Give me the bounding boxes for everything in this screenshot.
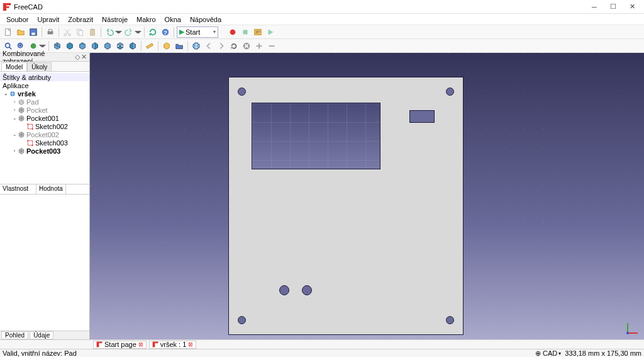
app-logo-icon xyxy=(3,3,11,11)
hole-mid-right[interactable] xyxy=(302,285,312,295)
draw-style-dropdown-icon[interactable] xyxy=(39,45,46,47)
undo-icon[interactable] xyxy=(104,26,115,38)
toolbar-view xyxy=(0,39,644,53)
left-view-icon[interactable] xyxy=(127,40,138,52)
svg-rect-5 xyxy=(31,32,35,35)
status-dimensions: 333,18 mm x 175,30 mm xyxy=(565,349,641,357)
tree-item-label: vršek xyxy=(18,90,36,98)
tab-model[interactable]: Model xyxy=(1,62,27,71)
tree-item-icon xyxy=(18,115,25,122)
record-macro-icon[interactable] xyxy=(227,26,238,38)
stop-macro-icon[interactable] xyxy=(240,26,251,38)
tree-item-vršek[interactable]: ⌄vršek xyxy=(0,89,89,98)
undo-dropdown-icon[interactable] xyxy=(115,31,122,33)
tree-twist-icon[interactable]: › xyxy=(11,99,18,105)
run-macro-icon[interactable] xyxy=(265,26,276,38)
top-view-icon[interactable] xyxy=(77,40,88,52)
panel-close-icon[interactable]: ✕ xyxy=(81,53,87,61)
nav-reload-icon[interactable] xyxy=(228,40,240,52)
open-file-icon[interactable] xyxy=(15,26,26,38)
menu-help[interactable]: Nápověda xyxy=(186,15,225,24)
hole-top-left[interactable] xyxy=(238,88,246,96)
bottom-view-icon[interactable] xyxy=(114,40,126,52)
svg-rect-45 xyxy=(152,342,155,348)
tree-item-pocket002[interactable]: ⌄Pocket002 xyxy=(0,130,89,139)
part-icon[interactable] xyxy=(161,40,172,52)
measure-icon[interactable] xyxy=(144,40,155,52)
tab-tasks[interactable]: Úkoly xyxy=(27,62,52,71)
menu-windows[interactable]: Okna xyxy=(161,15,185,24)
tree-item-pocket003[interactable]: ›Pocket003 xyxy=(0,147,89,155)
hole-bottom-left[interactable] xyxy=(238,316,246,324)
nav-back-icon[interactable] xyxy=(203,40,214,52)
tree-twist-icon[interactable]: ⌄ xyxy=(11,115,18,121)
minimize-button[interactable]: ─ xyxy=(585,0,604,14)
macros-icon[interactable] xyxy=(252,26,264,38)
menu-view[interactable]: Zobrazit xyxy=(64,15,97,24)
refresh-icon[interactable] xyxy=(147,26,158,38)
hole-mid-left[interactable] xyxy=(279,285,289,295)
model-face[interactable] xyxy=(228,77,464,335)
zoom-in-icon[interactable] xyxy=(253,40,265,52)
maximize-button[interactable]: ☐ xyxy=(604,0,623,14)
tree-item-pocket001[interactable]: ⌄Pocket001 xyxy=(0,114,89,122)
rear-view-icon[interactable] xyxy=(102,40,113,52)
small-cutout[interactable] xyxy=(409,110,435,123)
zoom-out-icon[interactable] xyxy=(266,40,277,52)
menu-file[interactable]: Soubor xyxy=(3,15,32,24)
doc-tab-label: vršek : 1 xyxy=(160,341,187,348)
nav-style-label[interactable]: CAD xyxy=(543,349,557,357)
display-cutout[interactable] xyxy=(252,103,380,169)
redo-dropdown-icon[interactable] xyxy=(135,31,142,33)
tab-data[interactable]: Údaje xyxy=(30,331,53,339)
tree-twist-icon[interactable]: › xyxy=(11,148,18,154)
paste-icon[interactable] xyxy=(87,26,98,38)
hole-bottom-right[interactable] xyxy=(446,316,454,324)
tree-twist-icon[interactable]: › xyxy=(11,107,18,113)
svg-rect-29 xyxy=(28,124,33,129)
nav-style-icon[interactable]: ⊕ xyxy=(535,349,541,358)
nav-style-dropdown-icon[interactable]: ▾ xyxy=(558,351,561,356)
3d-viewport[interactable] xyxy=(90,53,644,339)
tree-item-label: Pocket001 xyxy=(26,115,59,122)
group-icon[interactable] xyxy=(174,40,185,52)
menu-tools[interactable]: Nástroje xyxy=(98,15,131,24)
panel-float-icon[interactable]: ◇ xyxy=(75,53,80,61)
svg-point-22 xyxy=(31,43,36,48)
tree-twist-icon[interactable]: ⌄ xyxy=(11,132,18,137)
tree-item-pad[interactable]: ›Pad xyxy=(0,98,89,106)
doc-tab-start[interactable]: Start page ⊠ xyxy=(93,341,147,349)
new-file-icon[interactable] xyxy=(3,26,14,38)
tree-item-pocket[interactable]: ›Pocket xyxy=(0,106,89,114)
doc-tab-close-icon[interactable]: ⊠ xyxy=(188,341,193,348)
svg-rect-12 xyxy=(91,29,95,35)
doc-tab-close-icon[interactable]: ⊠ xyxy=(138,341,143,348)
tab-view[interactable]: Pohled xyxy=(1,331,28,339)
svg-rect-1 xyxy=(6,3,11,5)
nav-stop-icon[interactable] xyxy=(241,40,252,52)
hole-top-right[interactable] xyxy=(446,88,454,96)
close-button[interactable]: ✕ xyxy=(623,0,641,14)
svg-point-19 xyxy=(6,43,10,47)
svg-rect-46 xyxy=(155,342,158,344)
workbench-selector[interactable]: ▶ Start ▾ xyxy=(177,26,218,38)
help-icon[interactable]: ? xyxy=(160,26,171,38)
web-icon[interactable] xyxy=(191,40,202,52)
cut-icon[interactable] xyxy=(62,26,73,38)
model-tree[interactable]: Štítky & atributy Aplikace ⌄vršek›Pad›Po… xyxy=(0,72,89,184)
svg-point-35 xyxy=(32,144,33,145)
menu-macro[interactable]: Makro xyxy=(133,15,160,24)
nav-forward-icon[interactable] xyxy=(216,40,227,52)
doc-tab-vrsek[interactable]: vršek : 1 ⊠ xyxy=(149,341,197,349)
redo-icon[interactable] xyxy=(123,26,135,38)
document-tabs: Start page ⊠ vršek : 1 ⊠ xyxy=(0,339,644,349)
tree-item-sketch002[interactable]: Sketch002 xyxy=(0,122,89,130)
save-file-icon[interactable] xyxy=(28,26,39,38)
svg-rect-44 xyxy=(99,342,102,344)
menu-edit[interactable]: Upravit xyxy=(33,15,63,24)
tree-item-sketch003[interactable]: Sketch003 xyxy=(0,139,89,147)
tree-twist-icon[interactable]: ⌄ xyxy=(3,91,9,96)
right-view-icon[interactable] xyxy=(89,40,101,52)
print-icon[interactable] xyxy=(45,26,56,38)
copy-icon[interactable] xyxy=(74,26,86,38)
